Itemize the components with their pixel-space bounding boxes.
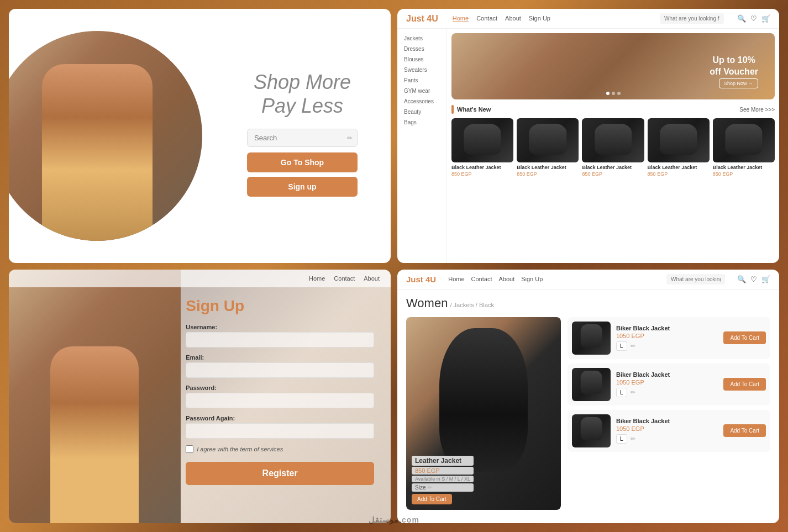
prod-cart-icon[interactable]: 🛒 <box>761 275 770 283</box>
goto-shop-button[interactable]: Go To Shop <box>247 152 358 172</box>
product-card-3[interactable]: Black Leather Jacket 850 EGP <box>582 118 644 177</box>
shop-header: Just 4U Home Contact About Sign Up 🔍 ♡ 🛒 <box>397 9 779 29</box>
email-row: Email: <box>186 354 374 378</box>
breadcrumb-main: Women <box>406 296 448 310</box>
product-header: Just 4U Home Contact About Sign Up 🔍 ♡ 🛒 <box>397 270 779 289</box>
product-card-4[interactable]: Black Leather Jacket 850 EGP <box>648 118 710 177</box>
size-btn-3[interactable]: L <box>616 434 627 444</box>
signup-nav-home[interactable]: Home <box>309 275 325 282</box>
prod-wishlist-icon[interactable]: ♡ <box>750 275 757 283</box>
size-btn-2[interactable]: L <box>616 388 627 397</box>
hero-circle <box>9 31 202 241</box>
product-size-row-3: L ✏ <box>616 434 718 444</box>
signup-nav-contact[interactable]: Contact <box>334 275 355 282</box>
product-name-3: Black Leather Jacket <box>582 165 644 170</box>
product-name-5: Black Leather Jacket <box>713 165 775 170</box>
product-name-2: Black Leather Jacket <box>517 165 579 170</box>
sidebar-item-accessories[interactable]: Accessories <box>397 96 446 107</box>
product-price-1: 850 EGP <box>451 171 513 177</box>
shop-search[interactable] <box>660 13 724 24</box>
prod-nav-home[interactable]: Home <box>448 276 464 282</box>
password-input[interactable] <box>186 393 374 408</box>
signup-button-hero[interactable]: Sign up <box>247 177 358 197</box>
shop-main: Up to 10% off Voucher Shop Now → What's … <box>447 29 779 263</box>
product-search-input[interactable] <box>671 276 721 282</box>
product-image-1 <box>451 118 513 162</box>
sidebar-item-sweaters[interactable]: Sweaters <box>397 65 446 75</box>
product-name-1: Black Leather Jacket <box>451 165 513 170</box>
sidebar-item-pants[interactable]: Pants <box>397 75 446 86</box>
product-list-info-1: Biker Black Jacket 1050 EGP L ✏ <box>616 325 718 351</box>
product-big-info: Leather Jacket 850 EGP Available in S / … <box>412 456 474 504</box>
add-cart-btn-1[interactable]: Add To Cart <box>723 331 766 344</box>
dot-2 <box>612 92 615 95</box>
product-list-item-1: Biker Black Jacket 1050 EGP L ✏ Add To C… <box>568 317 770 359</box>
signup-nav-about[interactable]: About <box>364 275 380 282</box>
password-row: Password: <box>186 384 374 408</box>
hero-panel: Shop More Pay Less ✏ Go To Shop Sign up <box>9 9 391 263</box>
big-add-to-cart-button[interactable]: Add To Cart <box>412 494 452 504</box>
add-cart-btn-3[interactable]: Add To Cart <box>723 424 766 437</box>
sidebar-item-gymwear[interactable]: GYM wear <box>397 86 446 96</box>
product-content: Leather Jacket 850 EGP Available in S / … <box>406 317 770 510</box>
agree-row: I agree with the term of services <box>186 445 374 453</box>
prod-nav-about[interactable]: About <box>498 276 514 282</box>
product-list-price-2: 1050 EGP <box>616 379 718 386</box>
signup-title: Sign Up <box>186 297 374 315</box>
signup-panel: Home Contact About Sign Up Username: Ema… <box>9 270 391 524</box>
add-cart-btn-2[interactable]: Add To Cart <box>723 378 766 391</box>
shop-body: Jackets Dresses Blouses Sweaters Pants G… <box>397 29 779 263</box>
shop-logo: Just 4U <box>406 14 438 24</box>
whats-new-header: What's New See More >>> <box>451 105 775 114</box>
edit-icon-2: ✏ <box>631 389 635 396</box>
nav-signup[interactable]: Sign Up <box>529 15 550 22</box>
prod-nav-contact[interactable]: Contact <box>471 276 492 282</box>
prod-nav-signup[interactable]: Sign Up <box>521 276 543 282</box>
sidebar-item-bags[interactable]: Bags <box>397 117 446 128</box>
product-list-image-2 <box>572 368 611 401</box>
prod-search-icon[interactable]: 🔍 <box>737 275 746 283</box>
signup-model-image <box>9 270 181 524</box>
signup-nav: Home Contact About <box>9 270 391 287</box>
product-card-1[interactable]: Black Leather Jacket 850 EGP <box>451 118 513 177</box>
email-input[interactable] <box>186 362 374 378</box>
product-name-4: Black Leather Jacket <box>648 165 710 170</box>
search-icon[interactable]: 🔍 <box>737 14 746 23</box>
banner-dots <box>606 92 621 95</box>
sidebar-item-blouses[interactable]: Blouses <box>397 54 446 65</box>
product-search[interactable] <box>666 274 725 285</box>
product-image-4 <box>648 118 710 162</box>
product-list-info-3: Biker Black Jacket 1050 EGP L ✏ <box>616 418 718 444</box>
shop-banner-btn[interactable]: Shop Now → <box>719 78 758 88</box>
shop-search-input[interactable] <box>664 15 719 22</box>
shop-panel: Just 4U Home Contact About Sign Up 🔍 ♡ 🛒… <box>397 9 779 263</box>
signup-form-area: Sign Up Username: Email: Password: Passw… <box>169 270 391 524</box>
sidebar-item-dresses[interactable]: Dresses <box>397 44 446 54</box>
product-big-image: Leather Jacket 850 EGP Available in S / … <box>406 317 561 510</box>
wishlist-icon[interactable]: ♡ <box>750 14 757 23</box>
product-image-2 <box>517 118 579 162</box>
hero-search-input[interactable] <box>254 134 347 142</box>
product-list-price-1: 1050 EGP <box>616 333 718 339</box>
nav-home[interactable]: Home <box>453 15 469 22</box>
sidebar-item-beauty[interactable]: Beauty <box>397 107 446 117</box>
nav-about[interactable]: About <box>505 15 521 22</box>
nav-contact[interactable]: Contact <box>476 15 497 22</box>
product-price-5: 850 EGP <box>713 171 775 177</box>
product-panel: Just 4U Home Contact About Sign Up 🔍 ♡ 🛒… <box>397 270 779 524</box>
products-row: Black Leather Jacket 850 EGP Black Leath… <box>451 118 775 177</box>
password-again-row: Password Again: <box>186 415 374 439</box>
see-more-link[interactable]: See More >>> <box>739 107 775 113</box>
cart-icon[interactable]: 🛒 <box>761 14 770 23</box>
hero-search-bar[interactable]: ✏ <box>247 129 358 147</box>
shop-banner: Up to 10% off Voucher Shop Now → <box>451 33 775 99</box>
username-input[interactable] <box>186 332 374 347</box>
product-card-5[interactable]: Black Leather Jacket 850 EGP <box>713 118 775 177</box>
product-list-name-2: Biker Black Jacket <box>616 371 718 378</box>
product-card-2[interactable]: Black Leather Jacket 850 EGP <box>517 118 579 177</box>
agree-checkbox[interactable] <box>186 445 193 453</box>
register-button[interactable]: Register <box>186 462 374 485</box>
password-again-input[interactable] <box>186 423 374 439</box>
sidebar-item-jackets[interactable]: Jackets <box>397 33 446 44</box>
size-btn-1[interactable]: L <box>616 341 627 351</box>
